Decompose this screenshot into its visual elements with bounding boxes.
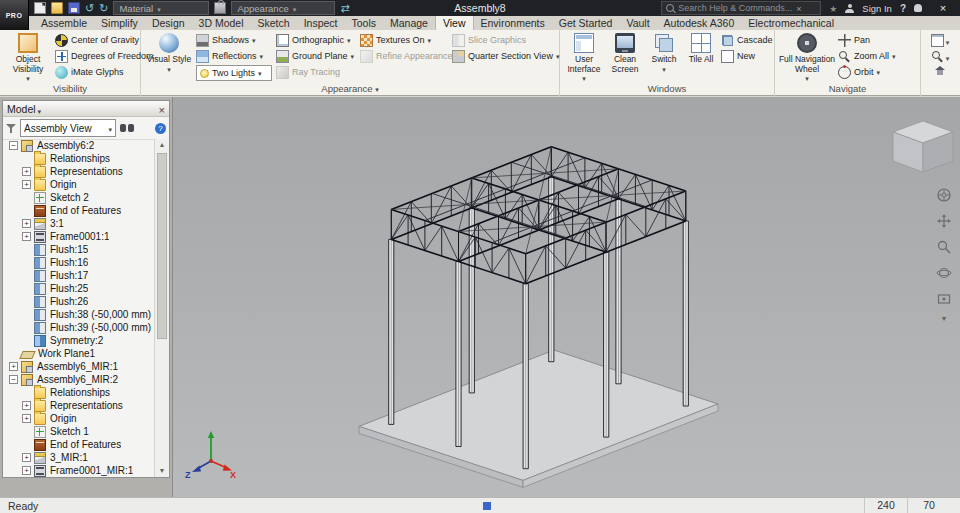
zoom-all-button[interactable]: Zoom All xyxy=(836,48,906,64)
expand-icon[interactable]: + xyxy=(22,219,31,228)
two-lights-combo[interactable]: Two Lights xyxy=(196,65,272,81)
zoom-icon[interactable] xyxy=(934,237,954,257)
close-window-button[interactable] xyxy=(930,2,956,14)
scroll-down-icon[interactable] xyxy=(157,466,167,476)
sign-in-button[interactable]: Sign In xyxy=(862,3,892,14)
tab-manage[interactable]: Manage xyxy=(383,16,435,30)
material-combo[interactable]: Material xyxy=(113,1,209,15)
tree-item[interactable]: Sketch 1 xyxy=(3,425,154,438)
save-icon[interactable] xyxy=(68,2,80,14)
tab-view[interactable]: View xyxy=(435,15,474,30)
center-of-gravity-button[interactable]: Center of Gravity xyxy=(53,32,137,48)
tab-vault[interactable]: Vault xyxy=(619,16,656,30)
degrees-of-freedom-button[interactable]: Degrees of Freedom xyxy=(53,48,137,64)
pan-button[interactable]: Pan xyxy=(836,32,906,48)
tab-inspect[interactable]: Inspect xyxy=(297,16,345,30)
tree-item[interactable]: +Origin xyxy=(3,412,154,425)
zoom-window-button[interactable] xyxy=(929,48,952,64)
tree-item[interactable]: Flush:26 xyxy=(3,295,154,308)
viewport[interactable]: XZ xyxy=(172,97,960,497)
steering-wheel-icon[interactable] xyxy=(934,185,954,205)
tab-electromechanical[interactable]: Electromechanical xyxy=(741,16,841,30)
tab-get-started[interactable]: Get Started xyxy=(552,16,620,30)
tab-3d-model[interactable]: 3D Model xyxy=(192,16,251,30)
application-menu-button[interactable]: PRO xyxy=(0,0,29,30)
panel-label-appearance[interactable]: Appearance xyxy=(141,83,559,95)
undo-icon[interactable]: ↺ xyxy=(85,2,94,14)
close-panel-icon[interactable] xyxy=(159,100,165,118)
tree-item[interactable]: +Origin xyxy=(3,178,154,191)
tab-autodesk-a360[interactable]: Autodesk A360 xyxy=(657,16,742,30)
tree-item[interactable]: Flush:38 (-50,000 mm) xyxy=(3,308,154,321)
sheets-button[interactable] xyxy=(929,32,952,48)
visual-style-button[interactable]: Visual Style xyxy=(144,31,194,81)
redo-icon[interactable]: ↻ xyxy=(99,2,108,14)
orbit-icon[interactable] xyxy=(934,263,954,283)
tab-tools[interactable]: Tools xyxy=(344,16,383,30)
paint-bucket-icon[interactable] xyxy=(214,2,226,14)
appearance-combo[interactable]: Appearance xyxy=(231,1,335,15)
tree-item[interactable]: Flush:15 xyxy=(3,243,154,256)
navbar-more-icon[interactable] xyxy=(942,315,946,323)
find-icon[interactable] xyxy=(120,124,134,133)
tree-item[interactable]: +3:1 xyxy=(3,217,154,230)
scroll-up-icon[interactable] xyxy=(157,140,167,150)
reflections-button[interactable]: Reflections xyxy=(194,48,274,64)
orbit-button[interactable]: Orbit xyxy=(836,64,906,80)
collapse-icon[interactable]: − xyxy=(9,375,18,384)
tree-item[interactable]: Flush:17 xyxy=(3,269,154,282)
expand-icon[interactable]: + xyxy=(22,167,31,176)
shadows-button[interactable]: Shadows xyxy=(194,32,274,48)
expand-icon[interactable]: + xyxy=(22,414,31,423)
full-navigation-wheel-button[interactable]: Full Navigation Wheel xyxy=(778,31,836,81)
tile-all-button[interactable]: Tile All xyxy=(683,31,719,81)
tree-item[interactable]: Sketch 2 xyxy=(3,191,154,204)
tab-design[interactable]: Design xyxy=(145,16,192,30)
tree-item[interactable]: +Frame0001_MIR:1 xyxy=(3,464,154,477)
update-icon[interactable]: ⇄ xyxy=(340,2,349,14)
tab-environments[interactable]: Environments xyxy=(474,16,552,30)
ground-plane-button[interactable]: Ground Plane xyxy=(274,48,358,64)
new-window-button[interactable]: New xyxy=(719,48,771,64)
help-icon[interactable] xyxy=(900,2,906,15)
expand-icon[interactable]: + xyxy=(9,362,18,371)
tree-item[interactable]: End of Features xyxy=(3,438,154,451)
tree-item[interactable]: Work Plane1 xyxy=(3,347,154,360)
collapse-icon[interactable]: − xyxy=(9,141,18,150)
quarter-section-view-button[interactable]: Quarter Section View xyxy=(450,48,554,64)
tree-item[interactable]: −Assembly6_MIR:2 xyxy=(3,373,154,386)
tab-assemble[interactable]: Assemble xyxy=(34,16,94,30)
expand-icon[interactable]: + xyxy=(22,401,31,410)
tree-item[interactable]: +Frame0001:1 xyxy=(3,230,154,243)
tree-item[interactable]: +Assembly6_MIR:1 xyxy=(3,360,154,373)
clear-search-icon[interactable] xyxy=(796,3,801,14)
tree-item[interactable]: +3_MIR:1 xyxy=(3,451,154,464)
expand-icon[interactable]: + xyxy=(22,453,31,462)
browser-scrollbar[interactable] xyxy=(154,139,169,477)
tab-simplify[interactable]: Simplify xyxy=(94,16,145,30)
tree-item[interactable]: Relationships xyxy=(3,386,154,399)
tab-sketch[interactable]: Sketch xyxy=(251,16,297,30)
object-visibility-button[interactable]: Object Visibility xyxy=(3,31,53,81)
orthographic-button[interactable]: Orthographic xyxy=(274,32,358,48)
tree-item[interactable]: Flush:39 (-50,000 mm) xyxy=(3,321,154,334)
expand-icon[interactable]: + xyxy=(22,180,31,189)
imate-glyphs-button[interactable]: iMate Glyphs xyxy=(53,64,137,80)
panel-label-windows[interactable]: Windows xyxy=(560,83,774,95)
tree-item[interactable]: Flush:25 xyxy=(3,282,154,295)
scrollbar-thumb[interactable] xyxy=(157,153,167,339)
clean-screen-button[interactable]: Clean Screen xyxy=(605,31,645,81)
help-search-box[interactable]: Search Help & Commands... xyxy=(661,1,821,15)
favorites-icon[interactable] xyxy=(829,2,837,15)
home-view-button[interactable] xyxy=(932,64,949,80)
expand-icon[interactable]: + xyxy=(22,232,31,241)
tree-item[interactable]: −Assembly6:2 xyxy=(3,139,154,152)
textures-on-button[interactable]: Textures On xyxy=(358,32,450,48)
expand-icon[interactable]: + xyxy=(22,466,31,475)
cascade-button[interactable]: Cascade xyxy=(719,32,771,48)
new-file-icon[interactable] xyxy=(34,2,46,14)
look-at-icon[interactable] xyxy=(934,289,954,309)
browser-help-icon[interactable]: ? xyxy=(155,123,166,134)
open-icon[interactable] xyxy=(51,2,63,14)
tree-item[interactable]: Symmetry:2 xyxy=(3,334,154,347)
